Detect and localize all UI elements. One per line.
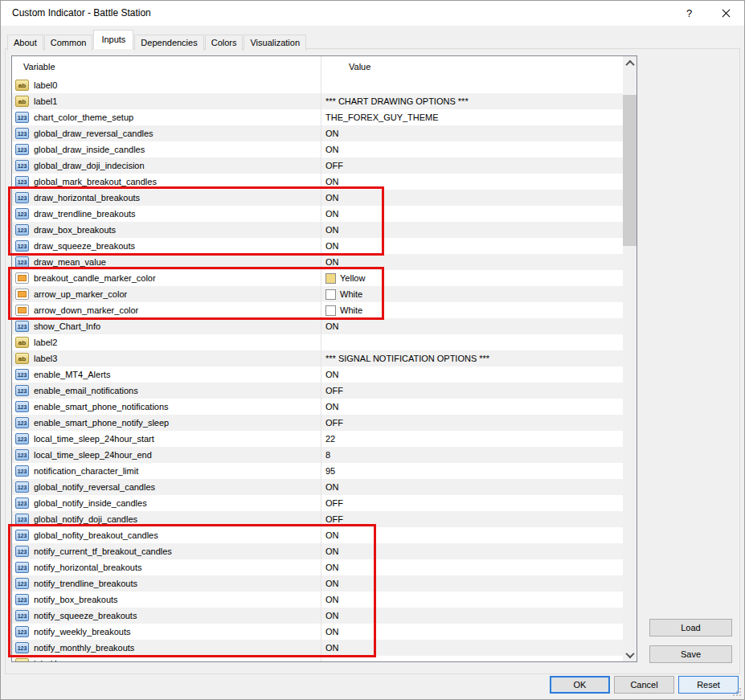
- scrollbar-thumb[interactable]: [623, 95, 637, 246]
- table-row[interactable]: 123global_draw_doji_indecisionOFF: [12, 158, 623, 174]
- value-cell[interactable]: ON: [321, 543, 623, 559]
- value-cell[interactable]: OFF: [321, 383, 623, 399]
- tab-inputs[interactable]: Inputs: [93, 30, 133, 49]
- variable-cell[interactable]: 123draw_box_breakouts: [12, 222, 321, 238]
- variable-cell[interactable]: 123draw_trendline_breakouts: [12, 206, 321, 222]
- value-cell[interactable]: 8: [321, 447, 623, 463]
- value-cell[interactable]: ON: [321, 399, 623, 415]
- variable-cell[interactable]: 123enable_email_notifications: [12, 383, 321, 399]
- table-row[interactable]: 123chart_color_theme_setupTHE_FOREX_GUY_…: [12, 109, 623, 125]
- value-cell[interactable]: *** SIGNAL NOTIFICATION OPTIONS ***: [321, 350, 623, 366]
- variable-cell[interactable]: arrow_up_marker_color: [12, 286, 321, 302]
- table-row[interactable]: 123draw_squeeze_breakoutsON: [12, 238, 623, 254]
- scrollbar-down-button[interactable]: [623, 648, 637, 661]
- table-row[interactable]: 123notify_monthly_breakoutsON: [12, 640, 623, 656]
- variable-cell[interactable]: 123global_draw_doji_indecision: [12, 158, 321, 174]
- value-cell[interactable]: OFF: [321, 495, 623, 511]
- column-header-value[interactable]: Value: [349, 62, 370, 72]
- value-cell[interactable]: ON: [321, 222, 623, 238]
- table-row[interactable]: 123notify_horizontal_breakoutsON: [12, 559, 623, 575]
- value-cell[interactable]: [321, 77, 623, 93]
- table-row[interactable]: 123notify_trendline_breakoutsON: [12, 575, 623, 592]
- variable-cell[interactable]: 123global_notify_reversal_candles: [12, 479, 321, 495]
- tab-about[interactable]: About: [7, 35, 43, 51]
- variable-cell[interactable]: ablabel0: [12, 77, 321, 93]
- table-row[interactable]: 123global_notify_doji_candlesOFF: [12, 511, 623, 527]
- variable-cell[interactable]: 123global_nofity_breakout_candles: [12, 527, 321, 543]
- value-cell[interactable]: *** CHART DRAWING OPTIONS ***: [321, 93, 623, 109]
- tab-dependencies[interactable]: Dependencies: [134, 35, 203, 51]
- value-cell[interactable]: Yellow: [321, 270, 623, 286]
- table-row[interactable]: 123global_notify_reversal_candlesON: [12, 479, 623, 495]
- ok-button[interactable]: OK: [550, 676, 610, 694]
- table-row[interactable]: 123global_mark_breakout_candlesON: [12, 174, 623, 190]
- help-button[interactable]: ?: [671, 1, 707, 26]
- table-row[interactable]: 123notify_current_tf_breakout_candlesON: [12, 543, 623, 559]
- table-row[interactable]: 123local_time_sleep_24hour_end8: [12, 447, 623, 463]
- reset-button[interactable]: Reset: [678, 676, 739, 694]
- table-row[interactable]: 123notification_character_limit95: [12, 463, 623, 479]
- table-row[interactable]: ablabel0: [12, 77, 623, 93]
- variable-cell[interactable]: 123global_mark_breakout_candles: [12, 174, 321, 190]
- table-row[interactable]: 123enable_smart_phone_notificationsON: [12, 399, 623, 415]
- scrollbar-up-button[interactable]: [623, 56, 637, 70]
- variable-cell[interactable]: 123global_draw_reversal_candles: [12, 125, 321, 141]
- table-row[interactable]: 123draw_mean_valueON: [12, 254, 623, 270]
- table-row[interactable]: 123global_draw_reversal_candlesON: [12, 125, 623, 141]
- variable-cell[interactable]: ablabel1: [12, 93, 321, 109]
- table-row[interactable]: 123notify_weekly_breakoutsON: [12, 624, 623, 640]
- table-row[interactable]: 123draw_trendline_breakoutsON: [12, 206, 623, 222]
- value-cell[interactable]: ON: [321, 559, 623, 575]
- variable-cell[interactable]: 123notify_monthly_breakouts: [12, 640, 321, 656]
- table-row[interactable]: 123local_time_sleep_24hour_start22: [12, 431, 623, 447]
- tab-colors[interactable]: Colors: [205, 35, 244, 51]
- value-cell[interactable]: ON: [321, 592, 623, 608]
- variable-cell[interactable]: 123draw_mean_value: [12, 254, 321, 270]
- variable-cell[interactable]: 123enable_smart_phone_notify_sleep: [12, 415, 321, 431]
- value-cell[interactable]: OFF: [321, 511, 623, 527]
- value-cell[interactable]: ON: [321, 624, 623, 640]
- variable-cell[interactable]: 123draw_horizontal_breakouts: [12, 190, 321, 206]
- value-cell[interactable]: ON: [321, 254, 623, 270]
- value-cell[interactable]: [321, 656, 623, 661]
- value-cell[interactable]: ON: [321, 238, 623, 254]
- value-cell[interactable]: 95: [321, 463, 623, 479]
- variable-cell[interactable]: 123local_time_sleep_24hour_end: [12, 447, 321, 463]
- table-row[interactable]: arrow_down_marker_colorWhite: [12, 302, 623, 318]
- table-row[interactable]: 123global_draw_inside_candlesON: [12, 141, 623, 158]
- value-cell[interactable]: [321, 334, 623, 350]
- cancel-button[interactable]: Cancel: [614, 676, 674, 694]
- variable-cell[interactable]: 123global_notify_doji_candles: [12, 511, 321, 527]
- variable-cell[interactable]: 123global_notify_inside_candles: [12, 495, 321, 511]
- variable-cell[interactable]: 123notify_weekly_breakouts: [12, 624, 321, 640]
- table-row[interactable]: 123enable_MT4_AlertsON: [12, 366, 623, 383]
- variable-cell[interactable]: 123show_Chart_Info: [12, 318, 321, 334]
- variable-cell[interactable]: 123draw_squeeze_breakouts: [12, 238, 321, 254]
- variable-cell[interactable]: 123global_draw_inside_candles: [12, 141, 321, 158]
- save-button[interactable]: Save: [649, 645, 732, 663]
- variable-cell[interactable]: 123chart_color_theme_setup: [12, 109, 321, 125]
- close-button[interactable]: [708, 1, 744, 26]
- variable-cell[interactable]: ablabel3: [12, 350, 321, 366]
- variable-cell[interactable]: 123enable_smart_phone_notifications: [12, 399, 321, 415]
- variable-cell[interactable]: 123enable_MT4_Alerts: [12, 366, 321, 383]
- value-cell[interactable]: OFF: [321, 415, 623, 431]
- value-cell[interactable]: ON: [321, 575, 623, 592]
- column-header-variable[interactable]: Variable: [23, 62, 55, 72]
- vertical-scrollbar[interactable]: [623, 56, 637, 661]
- variable-cell[interactable]: arrow_down_marker_color: [12, 302, 321, 318]
- table-row[interactable]: ablabel1*** CHART DRAWING OPTIONS ***: [12, 93, 623, 109]
- table-row[interactable]: ablabel3*** SIGNAL NOTIFICATION OPTIONS …: [12, 350, 623, 366]
- table-row[interactable]: 123notify_box_breakoutsON: [12, 592, 623, 608]
- tab-common[interactable]: Common: [44, 35, 93, 51]
- table-row[interactable]: arrow_up_marker_colorWhite: [12, 286, 623, 302]
- value-cell[interactable]: OFF: [321, 158, 623, 174]
- value-cell[interactable]: ON: [321, 608, 623, 624]
- table-row[interactable]: 123draw_box_breakoutsON: [12, 222, 623, 238]
- variable-cell[interactable]: 123notify_horizontal_breakouts: [12, 559, 321, 575]
- resize-grip[interactable]: [733, 688, 741, 696]
- table-row[interactable]: 123draw_horizontal_breakoutsON: [12, 190, 623, 206]
- value-cell[interactable]: THE_FOREX_GUY_THEME: [321, 109, 623, 125]
- value-cell[interactable]: ON: [321, 318, 623, 334]
- variable-cell[interactable]: 123notify_box_breakouts: [12, 592, 321, 608]
